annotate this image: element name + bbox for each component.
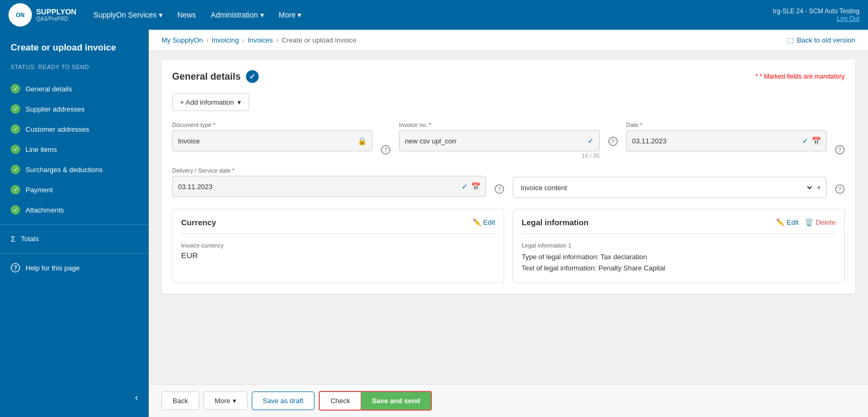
user-info: trg-SLE 24 - SCM Auto Testing bbox=[773, 7, 860, 15]
chevron-left-icon: ‹ bbox=[135, 392, 138, 403]
invoice-content-select-wrap[interactable]: Invoice content ▾ bbox=[513, 177, 827, 198]
nav-services[interactable]: SupplyOn Services ▾ bbox=[87, 0, 169, 30]
legal-edit-button[interactable]: ✏️ Edit bbox=[776, 218, 798, 226]
nav-news[interactable]: News bbox=[171, 0, 202, 30]
check-icon: ✓ bbox=[11, 84, 20, 93]
breadcrumb: My SupplyOn › Invoicing › Invoices › Cre… bbox=[161, 36, 356, 44]
pencil-icon: ✏️ bbox=[776, 218, 785, 226]
legal-card-header: Legal information ✏️ Edit 🗑️ Delete bbox=[522, 218, 836, 234]
sidebar-label: Supplier addresses bbox=[25, 105, 84, 113]
date-input[interactable] bbox=[632, 137, 799, 145]
check-icon: ✓ bbox=[11, 205, 20, 215]
form-card: General details ✓ * * Marked fields are … bbox=[161, 59, 855, 294]
breadcrumb-invoicing[interactable]: Invoicing bbox=[211, 36, 239, 44]
calendar-icon[interactable]: 📅 bbox=[812, 137, 821, 145]
calendar-icon[interactable]: 📅 bbox=[471, 182, 480, 191]
currency-edit-button[interactable]: ✏️ Edit bbox=[473, 218, 495, 226]
sidebar-label: Surcharges & deductions bbox=[25, 166, 103, 174]
check-icon: ✓ bbox=[11, 165, 20, 174]
invoice-no-input[interactable] bbox=[405, 137, 584, 145]
nav-administration[interactable]: Administration ▾ bbox=[205, 0, 270, 30]
legal-type-text: Type of legal information: Tax declarati… bbox=[522, 252, 836, 263]
check-icon: ✓ bbox=[802, 137, 809, 145]
check-button[interactable]: Check bbox=[320, 392, 361, 410]
nav-more[interactable]: More ▾ bbox=[273, 0, 308, 30]
form-container: General details ✓ * * Marked fields are … bbox=[149, 51, 868, 347]
invoice-content-help-icon[interactable]: ? bbox=[835, 184, 845, 194]
sidebar-item-general-details[interactable]: ✓ General details bbox=[0, 79, 149, 99]
check-send-group: Check Save and send bbox=[319, 391, 432, 411]
totals-label: Totals bbox=[21, 235, 39, 243]
sigma-icon: Σ bbox=[11, 234, 15, 243]
sidebar-label: Customer addresses bbox=[25, 125, 89, 133]
logout-button[interactable]: Log Out bbox=[773, 15, 860, 22]
chevron-down-icon: ▾ bbox=[260, 11, 264, 19]
invoice-no-help-icon[interactable]: ? bbox=[608, 137, 618, 146]
currency-card: Currency ✏️ Edit Invoice currency EUR bbox=[172, 209, 504, 283]
add-information-button[interactable]: + Add information ▾ bbox=[172, 93, 249, 111]
info-cards-row: Currency ✏️ Edit Invoice currency EUR bbox=[172, 209, 845, 283]
invoice-content-select[interactable]: Invoice content bbox=[518, 183, 814, 192]
top-navigation: ON SUPPLYON QAS/PrePRD SupplyOn Services… bbox=[0, 0, 868, 30]
sidebar-item-customer-addresses[interactable]: ✓ Customer addresses bbox=[0, 119, 149, 139]
document-type-field: Document type * Invoice 🔒 bbox=[172, 122, 372, 159]
chevron-down-icon: ▾ bbox=[297, 11, 301, 19]
form-row-2: Delivery / Service date * ✓ 📅 ? Invoice bbox=[172, 167, 845, 198]
nav-right: trg-SLE 24 - SCM Auto Testing Log Out bbox=[773, 7, 860, 22]
currency-card-header: Currency ✏️ Edit bbox=[181, 218, 495, 234]
save-and-send-button[interactable]: Save and send bbox=[361, 392, 431, 410]
date-input-wrap[interactable]: ✓ 📅 bbox=[626, 130, 827, 151]
delivery-date-help-icon[interactable]: ? bbox=[495, 184, 504, 194]
form-title: General details ✓ bbox=[172, 70, 259, 83]
check-icon: ✓ bbox=[11, 104, 20, 114]
check-icon: ✓ bbox=[11, 144, 20, 154]
invoice-no-field: Invoice no. * ✓ 16 / 35 bbox=[399, 122, 599, 159]
more-button[interactable]: More ▾ bbox=[203, 392, 248, 410]
legal-text-text: Text of legal information: Penalty Share… bbox=[522, 263, 836, 274]
brand-name: SUPPLYON bbox=[36, 7, 76, 16]
sidebar-item-help[interactable]: ? Help for this page bbox=[0, 258, 149, 278]
breadcrumb-invoices[interactable]: Invoices bbox=[248, 36, 273, 44]
sidebar-label: Payment bbox=[25, 186, 53, 194]
lock-icon: 🔒 bbox=[358, 137, 367, 145]
sidebar-collapse-button[interactable]: ‹ bbox=[0, 387, 149, 409]
sidebar-item-line-items[interactable]: ✓ Line items bbox=[0, 139, 149, 159]
breadcrumb-my-supplyon[interactable]: My SupplyOn bbox=[161, 36, 203, 44]
legal-delete-button[interactable]: 🗑️ Delete bbox=[805, 218, 836, 226]
sidebar-item-attachments[interactable]: ✓ Attachments bbox=[0, 200, 149, 220]
action-bar: Back More ▾ Save as draft Check Save and… bbox=[149, 384, 868, 417]
nav-items: SupplyOn Services ▾ News Administration … bbox=[87, 0, 773, 30]
help-icon: ? bbox=[11, 263, 20, 273]
back-button[interactable]: Back bbox=[161, 392, 199, 410]
chevron-down-icon: ▾ bbox=[237, 98, 241, 106]
form-row-1: Document type * Invoice 🔒 ? Invoice no. … bbox=[172, 122, 845, 159]
legal-card-title: Legal information bbox=[522, 218, 589, 227]
save-draft-button[interactable]: Save as draft bbox=[252, 392, 315, 410]
char-count: 16 / 35 bbox=[399, 152, 599, 159]
sidebar-label: General details bbox=[25, 85, 72, 93]
back-to-old-version-button[interactable]: ⬚ Back to old version bbox=[787, 36, 855, 44]
document-type-help-icon[interactable]: ? bbox=[381, 145, 390, 155]
currency-card-body: Invoice currency EUR bbox=[181, 242, 495, 260]
legal-card-body: Legal information 1 Type of legal inform… bbox=[522, 242, 836, 274]
delivery-date-input-wrap[interactable]: ✓ 📅 bbox=[172, 176, 486, 197]
chevron-down-icon: ▾ bbox=[233, 397, 236, 405]
sidebar-item-payment[interactable]: ✓ Payment bbox=[0, 180, 149, 200]
logo-area[interactable]: ON SUPPLYON QAS/PrePRD bbox=[8, 3, 76, 27]
sidebar-item-totals[interactable]: Σ Totals bbox=[0, 229, 149, 249]
check-icon: ✓ bbox=[11, 185, 20, 194]
date-help-icon[interactable]: ? bbox=[835, 145, 845, 155]
sidebar-label: Line items bbox=[25, 146, 57, 154]
breadcrumb-current: Create or upload invoice bbox=[282, 36, 356, 44]
document-type-input-wrap: Invoice 🔒 bbox=[172, 130, 372, 151]
logo-icon: ON bbox=[8, 3, 32, 27]
invoice-no-input-wrap[interactable]: ✓ bbox=[399, 130, 599, 151]
delivery-date-input[interactable] bbox=[178, 183, 458, 191]
sidebar-item-supplier-addresses[interactable]: ✓ Supplier addresses bbox=[0, 99, 149, 119]
form-header: General details ✓ * * Marked fields are … bbox=[172, 70, 845, 83]
check-circle-icon: ✓ bbox=[588, 137, 594, 145]
chevron-down-icon: ▾ bbox=[817, 183, 821, 192]
brand-sub: QAS/PrePRD bbox=[36, 16, 76, 22]
chevron-down-icon: ▾ bbox=[159, 11, 163, 19]
sidebar-item-surcharges[interactable]: ✓ Surcharges & deductions bbox=[0, 159, 149, 180]
